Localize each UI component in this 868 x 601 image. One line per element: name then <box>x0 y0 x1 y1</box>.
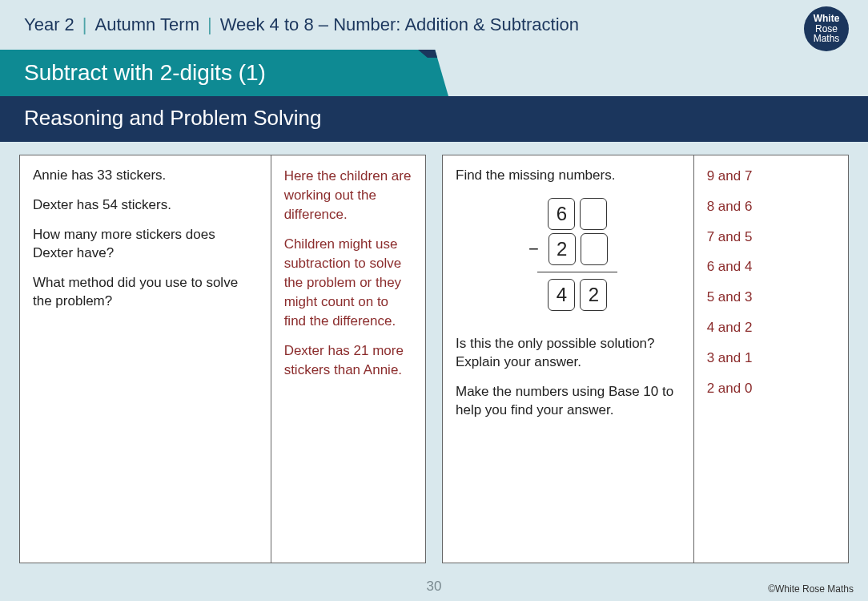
answer-column: 9 and 7 8 and 6 7 and 5 6 and 4 5 and 3 … <box>694 155 848 563</box>
question-text: What method did you use to solve the pro… <box>33 274 258 311</box>
question-text: Dexter has 54 stickers. <box>33 196 258 215</box>
question-text: Find the missing numbers. <box>456 167 681 185</box>
logo-line3: Maths <box>814 34 840 44</box>
sum-row-result: 4 2 <box>528 279 607 311</box>
page-title: Subtract with 2-digits (1) <box>0 50 448 96</box>
logo-badge: White Rose Maths <box>804 6 849 51</box>
question-text: How many more stickers does Dexter have? <box>33 226 258 263</box>
content-area: Annie has 33 stickers. Dexter has 54 sti… <box>0 142 868 563</box>
problem-card-left: Annie has 33 stickers. Dexter has 54 sti… <box>19 155 426 563</box>
page-subtitle: Reasoning and Problem Solving <box>0 96 868 142</box>
answer-text: 2 and 0 <box>707 379 835 398</box>
sum-row-top: 6 <box>528 198 607 230</box>
breadcrumb: Year 2 | Autumn Term | Week 4 to 8 – Num… <box>0 0 868 50</box>
answer-text: Here the children are working out the di… <box>284 167 412 224</box>
digit-box-empty <box>581 233 608 265</box>
minus-sign: − <box>528 237 539 261</box>
question-text: Make the numbers using Base 10 to help y… <box>456 383 681 420</box>
sum-row-mid: − 2 <box>528 233 608 265</box>
page-number: 30 <box>427 579 442 595</box>
answer-text: 4 and 2 <box>707 318 835 337</box>
digit-box: 2 <box>580 279 607 311</box>
separator: | <box>207 14 212 35</box>
breadcrumb-weeks: Week 4 to 8 – Number: Addition & Subtrac… <box>220 14 579 35</box>
copyright: ©White Rose Maths <box>768 583 854 595</box>
breadcrumb-year: Year 2 <box>24 14 74 35</box>
question-text: Is this the only possible solution? Expl… <box>456 335 681 372</box>
answer-text: 8 and 6 <box>707 197 835 216</box>
logo-line1: White <box>814 14 840 24</box>
answer-text: Children might use subtraction to solve … <box>284 235 412 330</box>
answer-text: 9 and 7 <box>707 167 835 186</box>
problem-card-right: Find the missing numbers. 6 − 2 <box>442 155 849 563</box>
digit-box: 4 <box>548 279 575 311</box>
digit-box: 6 <box>548 198 575 230</box>
sum-line <box>537 272 617 272</box>
answer-text: 6 and 4 <box>707 257 835 276</box>
answer-text: Dexter has 21 more stickers than Annie. <box>284 341 412 380</box>
question-text: Annie has 33 stickers. <box>33 167 258 185</box>
digit-box: 2 <box>549 233 576 265</box>
separator: | <box>82 14 87 35</box>
breadcrumb-term: Autumn Term <box>95 14 199 35</box>
answer-column: Here the children are working out the di… <box>271 155 425 563</box>
answer-text: 3 and 1 <box>707 349 835 368</box>
title-band: Subtract with 2-digits (1) <box>0 50 868 96</box>
question-column: Find the missing numbers. 6 − 2 <box>443 155 694 563</box>
digit-box-empty <box>580 198 607 230</box>
question-column: Annie has 33 stickers. Dexter has 54 sti… <box>20 155 271 563</box>
answer-text: 5 and 3 <box>707 288 835 307</box>
sum-line-row <box>518 268 617 276</box>
answer-text: 7 and 5 <box>707 228 835 247</box>
column-subtraction: 6 − 2 4 2 <box>456 196 681 313</box>
